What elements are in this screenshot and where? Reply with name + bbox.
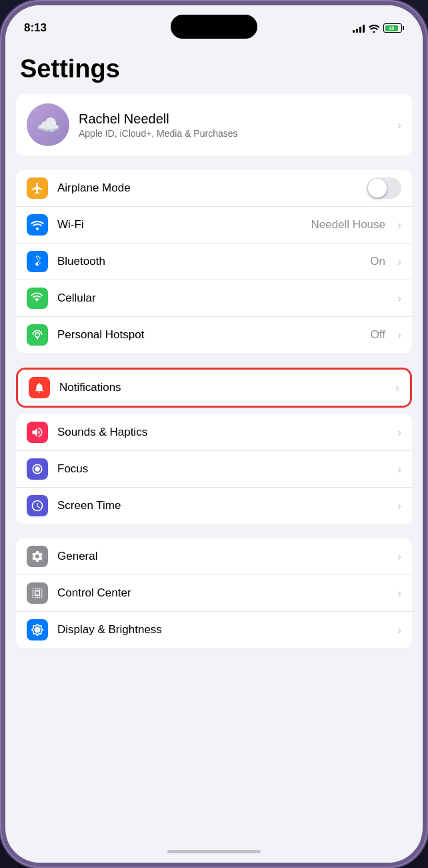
sounds-haptics-icon	[27, 422, 48, 443]
display-brightness-chevron-icon: ›	[397, 623, 401, 637]
sounds-focus-card: Sounds & Haptics › Focus ›	[16, 414, 412, 524]
personal-hotspot-value: Off	[371, 328, 385, 342]
profile-chevron-icon: ›	[397, 118, 401, 132]
profile-name: Rachel Needell	[79, 111, 388, 127]
wifi-label: Wi-Fi	[57, 218, 301, 232]
screen-time-row[interactable]: Screen Time ›	[16, 488, 412, 524]
status-right: 35	[353, 23, 404, 33]
screen-time-label: Screen Time	[57, 499, 388, 512]
bluetooth-row[interactable]: Bluetooth On ›	[16, 244, 412, 280]
wifi-chevron-icon: ›	[397, 218, 401, 232]
sounds-haptics-label: Sounds & Haptics	[57, 426, 388, 439]
screen: 8:13 35	[5, 5, 423, 863]
cellular-svg	[31, 292, 44, 305]
phone-frame: 8:13 35	[0, 0, 428, 868]
airplane-mode-toggle[interactable]	[367, 177, 401, 199]
bluetooth-svg	[32, 255, 43, 268]
screen-time-chevron-icon: ›	[397, 499, 401, 513]
bluetooth-chevron-icon: ›	[397, 255, 401, 269]
control-svg	[31, 586, 44, 600]
profile-card[interactable]: ☁️ Rachel Needell Apple ID, iCloud+, Med…	[16, 94, 412, 155]
bluetooth-icon	[27, 251, 48, 272]
cellular-chevron-icon: ›	[397, 292, 401, 306]
home-indicator	[167, 850, 261, 853]
wifi-row[interactable]: Wi-Fi Needell House ›	[16, 207, 412, 244]
general-chevron-icon: ›	[397, 550, 401, 564]
personal-hotspot-row[interactable]: Personal Hotspot Off ›	[16, 317, 412, 353]
avatar: ☁️	[27, 103, 69, 146]
general-icon	[27, 546, 48, 567]
display-brightness-row[interactable]: Display & Brightness ›	[16, 612, 412, 648]
notifications-row[interactable]: Notifications ›	[18, 370, 410, 406]
wifi-icon	[27, 214, 48, 236]
general-label: General	[57, 550, 388, 563]
sounds-haptics-row[interactable]: Sounds & Haptics ›	[16, 414, 412, 451]
focus-chevron-icon: ›	[397, 462, 401, 476]
notifications-icon	[29, 377, 50, 398]
bluetooth-value: On	[370, 255, 385, 268]
general-settings-card: General › Control Center ›	[16, 538, 412, 648]
bluetooth-label: Bluetooth	[57, 255, 361, 268]
scroll-content[interactable]: Settings ☁️ Rachel Needell Apple ID, iCl…	[5, 41, 423, 840]
airplane-svg	[31, 181, 44, 195]
sound-svg	[31, 426, 44, 439]
personal-hotspot-label: Personal Hotspot	[57, 328, 361, 342]
screen-time-icon	[27, 495, 48, 516]
dynamic-island	[171, 15, 257, 39]
wifi-svg	[31, 220, 44, 230]
focus-row[interactable]: Focus ›	[16, 451, 412, 488]
notifications-chevron-icon: ›	[395, 381, 399, 395]
focus-svg	[31, 462, 44, 476]
sounds-haptics-chevron-icon: ›	[397, 426, 401, 440]
airplane-mode-row[interactable]: Airplane Mode	[16, 170, 412, 207]
wifi-status-icon	[369, 24, 379, 33]
personal-hotspot-chevron-icon: ›	[397, 328, 401, 342]
airplane-mode-label: Airplane Mode	[57, 181, 357, 195]
cellular-row[interactable]: Cellular ›	[16, 280, 412, 317]
profile-info: Rachel Needell Apple ID, iCloud+, Media …	[79, 111, 388, 139]
focus-icon	[27, 458, 48, 480]
battery-icon: 35	[383, 23, 404, 33]
status-time: 8:13	[24, 21, 47, 35]
battery-level: 35	[389, 26, 394, 31]
notifications-label: Notifications	[59, 381, 386, 394]
display-svg	[31, 623, 44, 636]
notifications-highlight: Notifications ›	[16, 368, 412, 408]
general-row[interactable]: General ›	[16, 538, 412, 575]
cellular-icon	[27, 288, 48, 309]
page-title: Settings	[5, 48, 423, 94]
display-brightness-icon	[27, 619, 48, 640]
screentime-svg	[31, 499, 44, 512]
wifi-value: Needell House	[311, 218, 385, 232]
focus-label: Focus	[57, 462, 388, 476]
signal-bars-icon	[353, 23, 365, 33]
home-indicator-area	[5, 840, 423, 863]
profile-subtitle: Apple ID, iCloud+, Media & Purchases	[79, 128, 388, 139]
notifications-svg	[33, 381, 45, 394]
hotspot-svg	[31, 328, 44, 342]
cellular-label: Cellular	[57, 292, 388, 305]
control-center-icon	[27, 582, 48, 604]
control-center-row[interactable]: Control Center ›	[16, 575, 412, 612]
airplane-mode-icon	[27, 177, 48, 199]
display-brightness-label: Display & Brightness	[57, 623, 388, 636]
general-svg	[31, 550, 44, 563]
network-settings-card: Airplane Mode Wi-Fi Needell House ›	[16, 170, 412, 353]
control-center-chevron-icon: ›	[397, 586, 401, 600]
control-center-label: Control Center	[57, 586, 388, 600]
profile-row[interactable]: ☁️ Rachel Needell Apple ID, iCloud+, Med…	[16, 94, 412, 155]
personal-hotspot-icon	[27, 324, 48, 346]
